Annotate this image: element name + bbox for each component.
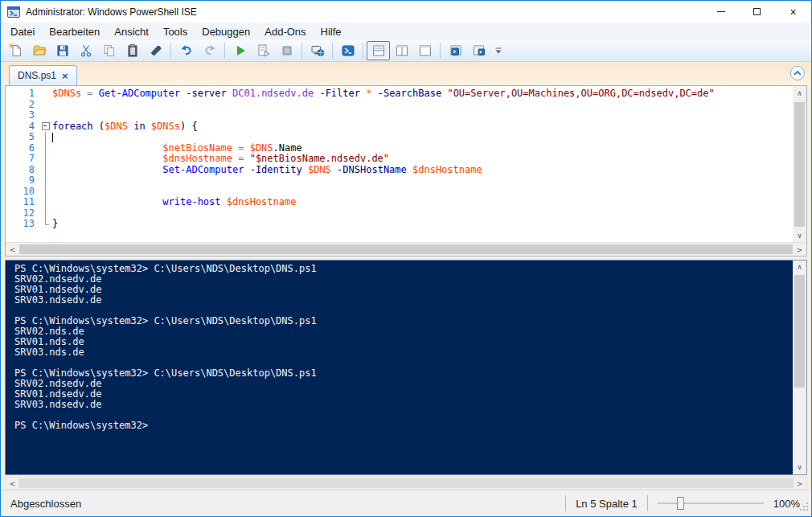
console-line: SRV03.ndsedv.de (14, 295, 793, 306)
resize-grip[interactable] (799, 502, 810, 515)
fold-margin (41, 197, 52, 208)
minimize-button[interactable] (703, 1, 739, 23)
toolbar-separator (301, 43, 302, 59)
caption-buttons: × (703, 1, 811, 23)
maximize-icon (753, 8, 761, 15)
code-area[interactable]: 1$DNSs = Get-ADComputer -server DC01.nds… (6, 86, 793, 242)
show-script-pane-right-button[interactable] (390, 41, 413, 60)
overflow-chevron-icon (494, 46, 503, 55)
scroll-up-icon[interactable]: ∧ (793, 261, 806, 274)
console-vscroll-thumb[interactable] (794, 275, 805, 388)
scroll-left-icon[interactable]: < (6, 477, 19, 490)
code-line: 10 (6, 187, 793, 198)
editor-hscroll-thumb[interactable] (19, 244, 793, 254)
open-script-button[interactable] (27, 41, 51, 60)
line-number: 3 (6, 110, 41, 121)
menu-ansicht[interactable]: Ansicht (107, 24, 156, 39)
show-script-pane-maximized-button[interactable] (413, 41, 437, 60)
code-text: write-host $dnsHostname (52, 197, 296, 208)
start-powershell-button[interactable] (336, 41, 359, 60)
zoom-level: 100% (773, 498, 800, 510)
show-command-window-button[interactable] (467, 41, 490, 60)
redo-button[interactable] (198, 41, 221, 60)
editor-vscroll-thumb[interactable] (794, 102, 805, 227)
scroll-up-icon[interactable]: ∧ (793, 86, 806, 100)
tab-row: DNS.ps1 × (1, 62, 811, 85)
new-script-button[interactable]: * (4, 41, 27, 60)
scroll-down-icon[interactable]: ∨ (793, 228, 806, 242)
editor-horizontal-scrollbar[interactable]: < > (6, 242, 806, 256)
script-editor-pane[interactable]: 1$DNSs = Get-ADComputer -server DC01.nds… (5, 85, 807, 256)
run-script-button[interactable] (228, 41, 252, 60)
tab-label: DNS.ps1 (18, 70, 56, 81)
toolbar-overflow-button[interactable] (492, 41, 505, 60)
line-number: 10 (6, 187, 41, 198)
menu-datei[interactable]: Datei (3, 24, 42, 39)
code-line: 9 (6, 175, 793, 187)
toolbar-separator (332, 43, 333, 59)
show-script-pane-maximized-icon (418, 43, 433, 58)
cut-button[interactable] (74, 41, 97, 60)
paste-button[interactable] (121, 41, 144, 60)
toolbar-separator (224, 43, 225, 59)
code-line: 2 (6, 100, 793, 111)
line-column-indicator: Ln 5 Spalte 1 (576, 498, 638, 510)
chevron-up-icon (789, 65, 806, 81)
line-number: 2 (6, 100, 41, 111)
menu-debuggen[interactable]: Debuggen (195, 24, 257, 39)
fold-collapse-icon[interactable] (41, 121, 52, 133)
code-line: 3 (6, 110, 793, 121)
code-line: 12 (6, 208, 793, 220)
status-separator (647, 495, 648, 511)
scroll-right-icon[interactable]: > (793, 477, 806, 490)
fold-margin (41, 132, 52, 143)
menu-bearbeiten[interactable]: Bearbeiten (42, 24, 107, 39)
console-line: SRV03.nds.de (14, 347, 793, 358)
close-button[interactable]: × (775, 1, 811, 23)
stop-operation-button[interactable] (275, 41, 298, 60)
console-line: SRV02.ndsedv.de (14, 274, 793, 285)
show-script-pane-top-button[interactable] (367, 41, 390, 60)
menu-tools[interactable]: Tools (156, 24, 195, 39)
console-line: PS C:\Windows\system32> (14, 421, 793, 431)
scroll-left-icon[interactable]: < (6, 243, 19, 256)
line-number: 8 (6, 165, 41, 176)
toolbar: * (1, 40, 811, 62)
code-line: 7 $dnsHostname = "$netBiosName.ndsedv.de… (6, 154, 793, 165)
cut-icon (79, 43, 93, 58)
new-remote-powershell-tab-icon (310, 43, 325, 58)
zoom-slider-track[interactable] (658, 503, 764, 504)
tab-close-icon[interactable]: × (62, 71, 68, 81)
editor-vertical-scrollbar[interactable]: ∧ ∨ (793, 86, 806, 242)
zoom-slider-thumb[interactable] (677, 497, 684, 510)
toolbar-separator (363, 43, 363, 59)
line-number: 7 (6, 154, 41, 165)
line-number: 5 (6, 132, 41, 143)
tab-dns-ps1[interactable]: DNS.ps1 × (9, 65, 77, 85)
console-pane[interactable]: PS C:\Windows\system32> C:\Users\NDS\Des… (5, 260, 807, 475)
console-hscroll-thumb[interactable] (18, 478, 794, 488)
clear-console-button[interactable] (144, 41, 167, 60)
scroll-down-icon[interactable]: ∨ (793, 461, 806, 474)
new-remote-powershell-tab-button[interactable] (306, 41, 329, 60)
stop-operation-icon (280, 43, 294, 58)
save-script-button[interactable] (51, 41, 74, 60)
console-output[interactable]: PS C:\Windows\system32> C:\Users\NDS\Des… (6, 261, 793, 474)
run-selection-button[interactable] (252, 41, 275, 60)
zoom-slider[interactable] (658, 496, 764, 511)
undo-button[interactable] (174, 41, 198, 60)
hide-script-pane-button[interactable] (789, 65, 806, 81)
new-powershell-tab-button[interactable] (444, 41, 467, 60)
maximize-button[interactable] (739, 1, 775, 23)
copy-button[interactable] (97, 41, 121, 60)
console-horizontal-scrollbar[interactable]: < > (5, 477, 807, 490)
scroll-right-icon[interactable]: > (793, 243, 806, 256)
menu-add-ons[interactable]: Add-Ons (257, 24, 313, 39)
console-line: PS C:\Windows\system32> C:\Users\NDS\Des… (14, 368, 793, 379)
window-title: Administrator: Windows PowerShell ISE (26, 6, 197, 18)
run-selection-icon (256, 43, 271, 58)
open-script-icon (32, 43, 47, 58)
menu-hilfe[interactable]: Hilfe (314, 24, 349, 39)
minimize-icon (717, 11, 725, 12)
console-vertical-scrollbar[interactable]: ∧ ∨ (793, 261, 806, 474)
